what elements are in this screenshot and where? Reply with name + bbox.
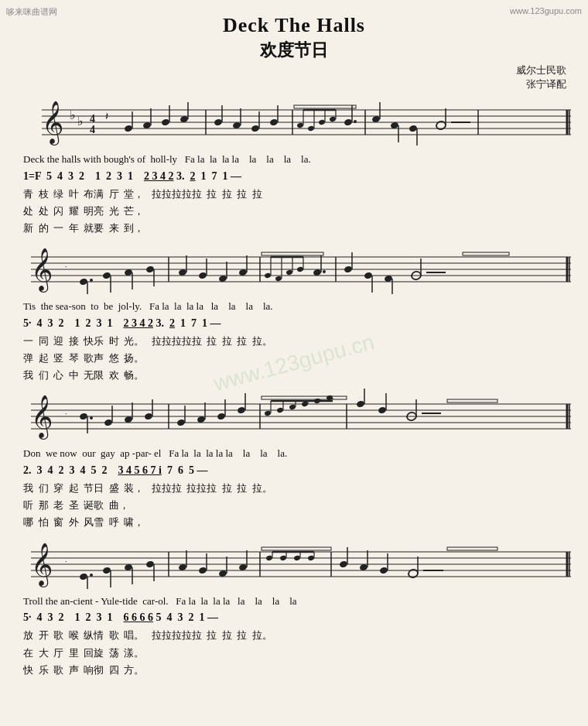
svg-point-173 [145, 560, 155, 567]
chinese-1c: 新 的 一 年 就要 来 到， [23, 220, 568, 237]
section-1: 𝄞 ♭ ♭ 4 4 𝄽 [14, 94, 574, 237]
lyrics-eng-3: Don we now our gay ap -par- el Fa la la … [23, 446, 568, 461]
svg-text:𝄞: 𝄞 [42, 101, 63, 146]
svg-text:𝄞: 𝄞 [31, 248, 53, 293]
svg-rect-185 [262, 547, 331, 550]
svg-rect-61 [463, 252, 509, 255]
title-english: Deck The Halls [14, 14, 574, 37]
svg-point-32 [307, 125, 314, 132]
svg-point-137 [276, 407, 283, 413]
svg-point-196 [339, 560, 348, 567]
staff-2: 𝄞 · [14, 241, 574, 294]
svg-point-188 [279, 555, 286, 561]
svg-point-139 [289, 404, 296, 410]
svg-point-98 [364, 272, 373, 279]
svg-point-122 [144, 413, 153, 420]
svg-text:𝄞: 𝄞 [31, 543, 53, 587]
svg-point-178 [198, 566, 207, 574]
svg-rect-113 [447, 399, 497, 402]
svg-point-149 [356, 400, 365, 408]
section-3: 𝄞 · [14, 389, 574, 531]
chinese-3a: 我 们 穿 起 节日 盛 装， 拉拉拉 拉拉拉 拉 拉 拉。 [23, 480, 568, 497]
staff-3: 𝄞 · [14, 389, 574, 441]
svg-rect-29 [294, 105, 356, 108]
svg-point-24 [251, 125, 260, 132]
section-3-text: Don we now our gay ap -par- el Fa la la … [14, 446, 574, 531]
svg-point-117 [90, 416, 93, 420]
section-1-text: Deck the halls with bough's of holl-ly F… [14, 152, 574, 237]
chinese-2b: 弹 起 竖 琴 歌声 悠 扬。 [23, 350, 568, 367]
lyrics-eng-4: Troll the an-cient - Yule-tide car-ol. F… [23, 594, 568, 609]
svg-point-115 [79, 413, 88, 420]
jianpu-4: 5· 4 3 2 1 2 3 1 6 6 6 6 5 4 3 2 1 — [23, 609, 568, 626]
svg-text:♭: ♭ [77, 115, 84, 128]
section-4-text: Troll the an-cient - Yule-tide car-ol. F… [14, 594, 574, 679]
chinese-3b: 听 那 老 圣 诞歌 曲， [23, 497, 568, 514]
jianpu-2: 5· 4 3 2 1 2 3 1 2 3 4 2 3. 2 1 7 1 — [23, 315, 568, 332]
svg-point-41 [354, 120, 357, 123]
staff-4: 𝄞 · [14, 536, 574, 589]
svg-point-129 [217, 413, 226, 420]
svg-point-15 [161, 118, 170, 126]
svg-point-11 [124, 125, 133, 132]
jianpu-3: 2. 3 4 2 3 4 5 2 3 4 5 6 7 i 7 6 5 — [23, 462, 568, 479]
svg-point-168 [90, 574, 93, 577]
lyrics-eng-1: Deck the halls with bough's of holl-ly F… [23, 152, 568, 167]
svg-point-169 [102, 566, 111, 574]
svg-rect-82 [262, 252, 323, 255]
watermark-left: 哆来咪曲谱网 [6, 6, 57, 18]
svg-point-190 [293, 555, 300, 561]
svg-text:♭: ♭ [70, 108, 76, 122]
chinese-1a: 青 枝 绿 叶 布满 厅 堂， 拉拉拉拉拉 拉 拉 拉 拉 [23, 186, 568, 203]
section-2: 𝄞 · [14, 241, 574, 384]
svg-point-63 [79, 278, 88, 286]
chinese-3c: 哪 怕 窗 外 风雪 呼 啸， [23, 514, 568, 531]
svg-text:4: 4 [90, 113, 95, 125]
svg-point-186 [265, 555, 272, 561]
chinese-2a: 一 同 迎 接 快乐 时 光。 拉拉拉拉拉 拉 拉 拉 拉。 [23, 333, 568, 350]
staff-1: 𝄞 ♭ ♭ 4 4 𝄽 [14, 94, 574, 147]
section-4: 𝄞 · [14, 536, 574, 679]
svg-point-20 [214, 118, 223, 126]
svg-rect-134 [262, 396, 347, 399]
chinese-4b: 在 大 厅 里 回旋 荡 漾。 [23, 645, 568, 662]
title-chinese: 欢度节日 [14, 39, 574, 62]
svg-point-200 [379, 566, 388, 574]
svg-point-39 [344, 118, 353, 126]
svg-point-131 [237, 406, 246, 414]
svg-point-26 [269, 118, 279, 126]
svg-point-118 [104, 419, 113, 426]
svg-point-135 [264, 410, 271, 416]
chinese-1b: 处 处 闪 耀 明亮 光 芒， [23, 203, 568, 220]
chinese-2c: 我 们 心 中 无限 欢 畅。 [23, 367, 568, 384]
svg-point-166 [79, 572, 88, 580]
svg-text:4: 4 [90, 124, 95, 135]
svg-point-47 [409, 125, 418, 132]
svg-text:·: · [65, 557, 67, 566]
svg-point-125 [176, 419, 186, 426]
svg-point-75 [198, 272, 207, 279]
svg-point-85 [275, 276, 282, 282]
svg-text:·: · [65, 409, 67, 418]
watermark-right: www.123gupu.com [510, 6, 582, 15]
svg-point-70 [145, 265, 155, 273]
jianpu-1: 1=F 5 4 3 2 1 2 3 1 2 3 4 2 3. 2 1 7 1 — [23, 168, 568, 185]
svg-point-34 [318, 119, 325, 125]
svg-point-192 [307, 555, 314, 561]
svg-point-87 [285, 269, 292, 276]
svg-text:𝄞: 𝄞 [31, 395, 53, 440]
chinese-4c: 快 乐 歌 声 响彻 四 方。 [23, 662, 568, 679]
svg-rect-164 [447, 547, 497, 550]
svg-text:·: · [65, 262, 67, 271]
svg-point-65 [90, 279, 93, 282]
lyrics-eng-2: Tis the sea-son to be jol-ly. Fa la la l… [23, 299, 568, 314]
svg-point-66 [102, 272, 111, 279]
section-2-text: Tis the sea-son to be jol-ly. Fa la la l… [14, 299, 574, 384]
svg-point-89 [296, 266, 303, 272]
svg-point-151 [378, 406, 387, 414]
chinese-4a: 放 开 歌 喉 纵情 歌 唱。 拉拉拉拉拉 拉 拉 拉 拉。 [23, 627, 568, 644]
svg-point-96 [344, 265, 353, 273]
attribution: 威尔士民歌 张宁译配 [14, 63, 574, 91]
svg-point-36 [329, 116, 336, 122]
svg-point-83 [264, 272, 271, 279]
